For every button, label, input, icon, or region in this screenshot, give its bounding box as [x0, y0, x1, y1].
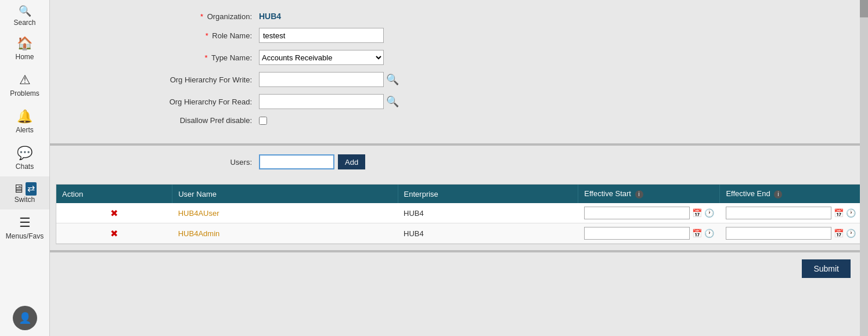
clock-icon-start-1[interactable]: 🕐 [704, 208, 714, 218]
sidebar-avatar-container[interactable]: 👤 [13, 300, 37, 336]
switch-arrow-icon: ⇄ [26, 182, 37, 196]
col-header-action-text: Action [62, 190, 83, 198]
users-table: Action User Name Enterprise Effective St… [56, 185, 862, 244]
type-name-row: * Type Name: Accounts Receivable Account… [143, 50, 845, 65]
clock-icon-end-1[interactable]: 🕐 [846, 208, 856, 218]
col-header-effective-end-text: Effective End [726, 189, 770, 198]
effective-start-cell-2: 📅 🕐 [578, 223, 720, 244]
delete-button-2[interactable]: ✖ [62, 228, 167, 239]
org-hierarchy-write-input[interactable] [259, 72, 384, 87]
effective-start-input-2[interactable] [584, 227, 690, 240]
org-hierarchy-read-input[interactable] [259, 94, 384, 109]
effective-start-input-1[interactable] [584, 207, 690, 219]
action-cell-1: ✖ [56, 203, 172, 223]
sidebar-item-home[interactable]: 🏠 Home [0, 30, 49, 67]
monitor-icon: 🖥 [13, 182, 24, 196]
enterprise-value-1: HUB4 [404, 209, 424, 218]
organization-row: * Organization: HUB4 [143, 12, 845, 21]
users-section: Users: Add [50, 146, 868, 184]
effective-end-cell-1: 📅 🕐 [720, 203, 862, 223]
org-hierarchy-write-input-group: 🔍 [259, 72, 399, 87]
users-input-row: Users: Add [143, 154, 845, 169]
sidebar-label-search: Search [13, 19, 35, 27]
organization-label: * Organization: [143, 12, 259, 21]
disallow-checkbox[interactable] [259, 117, 267, 125]
add-user-button[interactable]: Add [338, 154, 365, 169]
col-header-username-text: User Name [178, 190, 217, 198]
enterprise-cell-1: HUB4 [398, 203, 578, 223]
calendar-icon-start-1[interactable]: 📅 [692, 208, 702, 218]
clock-icon-start-2[interactable]: 🕐 [704, 229, 714, 238]
role-name-input[interactable] [259, 28, 384, 43]
scrollbar[interactable] [860, 0, 868, 336]
sidebar-item-search[interactable]: 🔍 Search [0, 0, 49, 30]
clock-icon-end-2[interactable]: 🕐 [846, 229, 856, 238]
problems-icon: ⚠ [19, 73, 31, 88]
delete-button-1[interactable]: ✖ [62, 208, 167, 219]
role-name-label: * Role Name: [143, 31, 259, 40]
effective-end-input-group-1: 📅 🕐 [726, 207, 856, 219]
org-hierarchy-write-label-text: Org Hierarchy For Write: [170, 75, 252, 84]
table-row: ✖ HUB4Admin HUB4 📅 🕐 [56, 223, 862, 244]
effective-end-info-icon[interactable]: i [774, 190, 782, 198]
effective-start-input-group-2: 📅 🕐 [584, 227, 714, 240]
sidebar-label-alerts: Alerts [16, 126, 34, 134]
role-name-label-text: Role Name: [212, 31, 252, 40]
org-hierarchy-write-search-btn[interactable]: 🔍 [386, 73, 399, 86]
type-name-select[interactable]: Accounts Receivable Accounts Payable Gen… [259, 50, 384, 65]
sidebar: 🔍 Search 🏠 Home ⚠ Problems 🔔 Alerts 💬 Ch… [0, 0, 50, 336]
switch-icon-group: 🖥 ⇄ [13, 182, 37, 196]
submit-bar: Submit [50, 251, 868, 285]
alerts-icon: 🔔 [17, 109, 33, 124]
sidebar-item-chats[interactable]: 💬 Chats [0, 140, 49, 176]
effective-end-input-2[interactable] [726, 227, 831, 240]
col-header-action: Action [56, 185, 172, 203]
calendar-icon-end-1[interactable]: 📅 [834, 208, 844, 218]
table-row: ✖ HUB4AUser HUB4 📅 🕐 [56, 203, 862, 223]
role-name-row: * Role Name: [143, 28, 845, 43]
menus-icon: ☰ [19, 215, 31, 230]
effective-end-input-1[interactable] [726, 207, 831, 219]
enterprise-cell-2: HUB4 [398, 223, 578, 244]
col-header-effective-start: Effective Start i [578, 185, 720, 203]
scrollbar-thumb[interactable] [860, 0, 868, 17]
col-header-enterprise: Enterprise [398, 185, 578, 203]
col-header-effective-start-text: Effective Start [584, 189, 631, 198]
username-link-1[interactable]: HUB4AUser [178, 209, 219, 218]
search-icon: 🔍 [19, 5, 31, 17]
action-cell-2: ✖ [56, 223, 172, 244]
type-name-label: * Type Name: [143, 53, 259, 62]
org-hierarchy-read-search-btn[interactable]: 🔍 [386, 95, 399, 108]
avatar-icon: 👤 [19, 312, 31, 324]
sidebar-label-problems: Problems [10, 89, 39, 97]
effective-end-input-group-2: 📅 🕐 [726, 227, 856, 240]
org-hierarchy-write-row: Org Hierarchy For Write: 🔍 [143, 72, 845, 87]
users-label-text: Users: [230, 158, 252, 167]
submit-button[interactable]: Submit [802, 259, 851, 278]
required-star-type: * [204, 53, 207, 62]
required-star-org: * [200, 12, 203, 21]
effective-start-cell-1: 📅 🕐 [578, 203, 720, 223]
home-icon: 🏠 [17, 36, 33, 51]
org-hierarchy-write-label: Org Hierarchy For Write: [143, 75, 259, 84]
sidebar-item-menus[interactable]: ☰ Menus/Favs [0, 209, 49, 246]
sidebar-item-alerts[interactable]: 🔔 Alerts [0, 103, 49, 140]
users-label: Users: [143, 158, 259, 167]
username-link-2[interactable]: HUB4Admin [178, 229, 220, 238]
calendar-icon-start-2[interactable]: 📅 [692, 229, 702, 238]
sidebar-label-menus: Menus/Favs [6, 232, 44, 240]
type-name-label-text: Type Name: [211, 53, 252, 62]
avatar[interactable]: 👤 [13, 306, 37, 330]
content-panel: * Organization: HUB4 * Role Name: * Type… [50, 0, 868, 336]
sidebar-item-switch[interactable]: 🖥 ⇄ Switch [0, 176, 49, 209]
main-content: * Organization: HUB4 * Role Name: * Type… [50, 0, 868, 336]
chats-icon: 💬 [17, 146, 33, 161]
calendar-icon-end-2[interactable]: 📅 [834, 229, 844, 238]
sidebar-item-problems[interactable]: ⚠ Problems [0, 67, 49, 103]
org-hierarchy-read-input-group: 🔍 [259, 94, 399, 109]
users-input[interactable] [259, 154, 334, 169]
enterprise-value-2: HUB4 [404, 229, 424, 238]
org-hierarchy-read-label: Org Hierarchy For Read: [143, 97, 259, 106]
effective-start-info-icon[interactable]: i [635, 190, 643, 198]
organization-value[interactable]: HUB4 [259, 12, 281, 21]
